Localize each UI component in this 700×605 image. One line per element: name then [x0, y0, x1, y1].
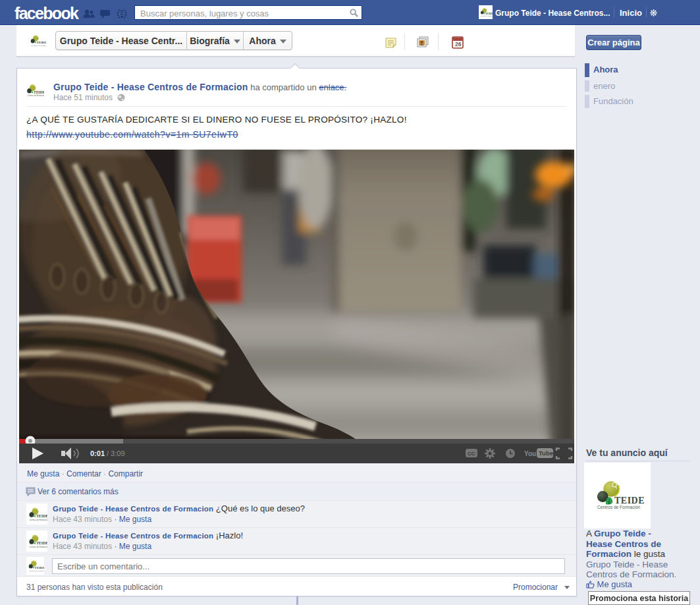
svg-text:/ 3:09: / 3:09: [107, 449, 125, 457]
svg-text:26: 26: [455, 41, 462, 47]
svg-text:0:01: 0:01: [90, 449, 105, 457]
svg-text:Centros de Formación: Centros de Formación: [597, 505, 641, 509]
svg-text:You: You: [524, 450, 536, 457]
svg-text:TEIDE: TEIDE: [614, 496, 645, 505]
svg-text:Tube: Tube: [539, 449, 553, 457]
svg-text:CC: CC: [468, 451, 475, 457]
